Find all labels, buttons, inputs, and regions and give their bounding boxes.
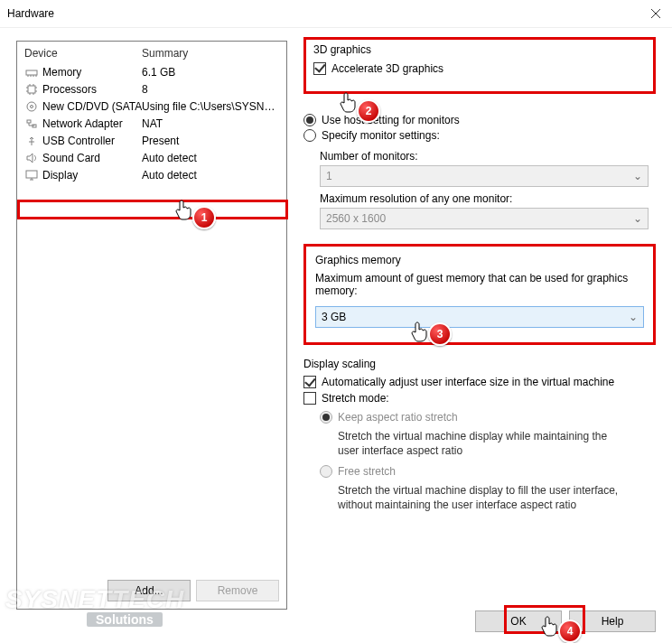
graphics-memory-value: 3 GB [322, 311, 346, 323]
num-monitors-select: 1 ⌄ [320, 165, 649, 187]
add-device-button[interactable]: Add... [107, 580, 191, 601]
free-stretch-label: Free stretch [338, 465, 396, 478]
col-header-device: Device [24, 47, 142, 60]
svg-point-3 [31, 105, 33, 107]
keep-aspect-desc: Stretch the virtual machine display whil… [338, 429, 627, 458]
close-icon [650, 8, 661, 19]
device-label: Display [42, 169, 142, 182]
specify-monitor-label: Specify monitor settings: [322, 129, 440, 142]
device-summary: Present [142, 135, 279, 147]
max-resolution-select: 2560 x 1600 ⌄ [320, 208, 649, 229]
device-summary: 8 [142, 83, 279, 96]
specify-monitor-radio[interactable]: Specify monitor settings: [303, 129, 440, 142]
free-stretch-desc: Stretch the virtual machine display to f… [338, 483, 627, 512]
svg-rect-6 [26, 171, 37, 178]
gmem-description: Maximum amount of guest memory that can … [315, 272, 644, 297]
radio-icon [320, 465, 332, 478]
annotation-badge-3: 3 [428, 322, 452, 346]
checkbox-icon [303, 376, 316, 388]
max-resolution-label: Maximum resolution of any one monitor: [320, 192, 656, 205]
remove-device-button: Remove [196, 580, 279, 601]
svg-point-2 [27, 102, 36, 111]
cpu-icon [24, 83, 39, 96]
device-row-cddvd[interactable]: New CD/DVD (SATA) Using file C:\Users\SY… [17, 98, 286, 115]
window-title: Hardware [7, 7, 54, 20]
chevron-down-icon: ⌄ [633, 170, 642, 182]
accelerate-3d-checkbox[interactable]: Accelerate 3D graphics [313, 62, 443, 75]
device-row-sound[interactable]: Sound Card Auto detect [17, 149, 286, 166]
close-button[interactable] [645, 4, 667, 23]
num-monitors-value: 1 [326, 170, 332, 182]
annotation-badge-1: 1 [192, 206, 216, 229]
use-host-radio[interactable]: Use host setting for monitors [303, 114, 460, 126]
checkbox-icon [313, 62, 326, 75]
device-label: Sound Card [42, 152, 142, 164]
radio-icon [320, 411, 332, 424]
num-monitors-label: Number of monitors: [320, 150, 656, 163]
group-3d-graphics: 3D graphics Accelerate 3D graphics [303, 37, 656, 94]
help-button[interactable]: Help [569, 610, 656, 632]
disc-icon [24, 100, 39, 113]
keep-aspect-radio: Keep aspect ratio stretch [320, 411, 458, 424]
auto-adjust-label: Automatically adjust user interface size… [322, 376, 614, 388]
memory-icon [24, 66, 39, 79]
stretch-mode-checkbox[interactable]: Stretch mode: [303, 392, 389, 405]
device-list-panel: Device Summary Memory 6.1 GB Processors … [16, 41, 287, 610]
auto-adjust-checkbox[interactable]: Automatically adjust user interface size… [303, 376, 614, 388]
network-icon [24, 117, 39, 130]
device-label: USB Controller [42, 135, 142, 147]
device-row-display[interactable]: Display Auto detect [17, 166, 286, 183]
device-summary: Auto detect [142, 152, 279, 164]
svg-rect-1 [28, 86, 35, 93]
usb-icon [24, 135, 39, 147]
device-label: Network Adapter [42, 117, 142, 130]
annotation-badge-2: 2 [357, 99, 380, 123]
max-resolution-value: 2560 x 1600 [326, 212, 386, 225]
use-host-label: Use host setting for monitors [322, 114, 460, 126]
group-title-3d: 3D graphics [313, 43, 646, 56]
accelerate-3d-label: Accelerate 3D graphics [331, 62, 443, 75]
device-label: New CD/DVD (SATA) [42, 100, 142, 113]
free-stretch-radio: Free stretch [320, 465, 396, 478]
annotation-box-1 [17, 200, 288, 219]
group-title-scaling: Display scaling [303, 358, 656, 370]
device-label: Processors [42, 83, 142, 96]
annotation-badge-4: 4 [558, 620, 582, 643]
device-row-usb[interactable]: USB Controller Present [17, 132, 286, 149]
display-icon [24, 169, 39, 182]
checkbox-icon [303, 392, 316, 405]
col-header-summary: Summary [142, 47, 279, 60]
group-title-gmem: Graphics memory [315, 254, 644, 266]
radio-icon [303, 114, 316, 126]
device-summary: Using file C:\Users\SYSNETT... [142, 100, 279, 113]
device-label: Memory [42, 66, 142, 79]
chevron-down-icon: ⌄ [629, 311, 638, 323]
device-summary: Auto detect [142, 169, 279, 182]
keep-aspect-label: Keep aspect ratio stretch [338, 411, 458, 424]
radio-icon [303, 129, 316, 142]
device-summary: 6.1 GB [142, 66, 279, 79]
settings-panel: 3D graphics Accelerate 3D graphics Use h… [287, 41, 656, 627]
device-row-memory[interactable]: Memory 6.1 GB [17, 63, 286, 80]
sound-icon [24, 152, 39, 164]
chevron-down-icon: ⌄ [633, 212, 642, 225]
device-row-processors[interactable]: Processors 8 [17, 80, 286, 98]
group-graphics-memory: Graphics memory Maximum amount of guest … [303, 244, 656, 345]
ok-button[interactable]: OK [475, 610, 562, 632]
graphics-memory-select[interactable]: 3 GB ⌄ [315, 306, 644, 328]
svg-rect-4 [27, 120, 31, 123]
device-summary: NAT [142, 117, 279, 130]
stretch-mode-label: Stretch mode: [322, 392, 389, 405]
svg-rect-0 [26, 70, 37, 75]
device-row-network[interactable]: Network Adapter NAT [17, 115, 286, 132]
